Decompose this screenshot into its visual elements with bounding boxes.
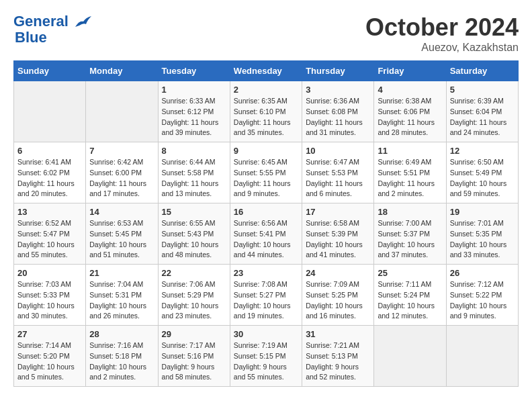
calendar-day-cell: 13Sunrise: 6:52 AMSunset: 5:47 PMDayligh… <box>14 203 86 265</box>
calendar-day-cell: 22Sunrise: 7:06 AMSunset: 5:29 PMDayligh… <box>158 265 230 326</box>
calendar-day-cell: 30Sunrise: 7:19 AMSunset: 5:15 PMDayligh… <box>230 326 302 387</box>
calendar-day-cell <box>86 81 158 142</box>
day-number: 3 <box>306 85 370 95</box>
day-number: 4 <box>378 85 442 95</box>
day-number: 16 <box>234 207 298 217</box>
day-info: Sunrise: 6:58 AMSunset: 5:39 PMDaylight:… <box>306 218 370 261</box>
calendar-day-cell: 29Sunrise: 7:17 AMSunset: 5:16 PMDayligh… <box>158 326 230 387</box>
day-info: Sunrise: 6:52 AMSunset: 5:47 PMDaylight:… <box>17 218 82 261</box>
day-number: 5 <box>450 85 515 95</box>
day-info: Sunrise: 6:44 AMSunset: 5:58 PMDaylight:… <box>162 157 226 199</box>
day-info: Sunrise: 7:14 AMSunset: 5:20 PMDaylight:… <box>17 340 82 383</box>
day-info: Sunrise: 6:42 AMSunset: 6:00 PMDaylight:… <box>89 157 154 199</box>
day-info: Sunrise: 6:41 AMSunset: 6:02 PMDaylight:… <box>17 157 82 199</box>
day-info: Sunrise: 6:55 AMSunset: 5:43 PMDaylight:… <box>162 218 226 261</box>
day-info: Sunrise: 6:33 AMSunset: 6:12 PMDaylight:… <box>162 96 226 138</box>
calendar-day-cell: 9Sunrise: 6:45 AMSunset: 5:55 PMDaylight… <box>230 142 302 203</box>
header-saturday: Saturday <box>446 61 518 81</box>
day-info: Sunrise: 6:39 AMSunset: 6:04 PMDaylight:… <box>450 96 515 138</box>
calendar-day-cell: 17Sunrise: 6:58 AMSunset: 5:39 PMDayligh… <box>302 203 374 265</box>
day-number: 31 <box>306 329 370 339</box>
calendar-day-cell: 18Sunrise: 7:00 AMSunset: 5:37 PMDayligh… <box>374 203 446 265</box>
day-info: Sunrise: 7:09 AMSunset: 5:25 PMDaylight:… <box>306 279 370 322</box>
day-info: Sunrise: 7:03 AMSunset: 5:33 PMDaylight:… <box>17 279 82 322</box>
calendar-day-cell: 26Sunrise: 7:12 AMSunset: 5:22 PMDayligh… <box>446 265 518 326</box>
day-info: Sunrise: 7:00 AMSunset: 5:37 PMDaylight:… <box>378 218 442 261</box>
calendar-day-cell: 28Sunrise: 7:16 AMSunset: 5:18 PMDayligh… <box>86 326 158 387</box>
day-number: 19 <box>450 207 515 217</box>
day-info: Sunrise: 7:06 AMSunset: 5:29 PMDaylight:… <box>162 279 226 322</box>
calendar-day-cell: 8Sunrise: 6:44 AMSunset: 5:58 PMDaylight… <box>158 142 230 203</box>
day-number: 13 <box>17 207 82 217</box>
day-number: 1 <box>162 85 226 95</box>
day-info: Sunrise: 6:38 AMSunset: 6:06 PMDaylight:… <box>378 96 442 138</box>
day-info: Sunrise: 7:04 AMSunset: 5:31 PMDaylight:… <box>89 279 154 322</box>
day-info: Sunrise: 6:49 AMSunset: 5:51 PMDaylight:… <box>378 157 442 199</box>
day-info: Sunrise: 6:50 AMSunset: 5:49 PMDaylight:… <box>450 157 515 199</box>
day-number: 10 <box>306 146 370 156</box>
day-number: 30 <box>234 329 298 339</box>
month-title: October 2024 <box>365 13 519 42</box>
location: Auezov, Kazakhstan <box>365 42 519 54</box>
day-number: 7 <box>89 146 154 156</box>
page-header: General Blue October 2024 Auezov, Kazakh… <box>13 13 519 54</box>
day-info: Sunrise: 6:47 AMSunset: 5:53 PMDaylight:… <box>306 157 370 199</box>
calendar-day-cell: 20Sunrise: 7:03 AMSunset: 5:33 PMDayligh… <box>14 265 86 326</box>
day-number: 11 <box>378 146 442 156</box>
day-number: 8 <box>162 146 226 156</box>
day-number: 18 <box>378 207 442 217</box>
calendar-day-cell: 10Sunrise: 6:47 AMSunset: 5:53 PMDayligh… <box>302 142 374 203</box>
day-info: Sunrise: 7:08 AMSunset: 5:27 PMDaylight:… <box>234 279 298 322</box>
calendar-day-cell: 24Sunrise: 7:09 AMSunset: 5:25 PMDayligh… <box>302 265 374 326</box>
day-number: 26 <box>450 268 515 278</box>
calendar-day-cell: 31Sunrise: 7:21 AMSunset: 5:13 PMDayligh… <box>302 326 374 387</box>
calendar-day-cell: 11Sunrise: 6:49 AMSunset: 5:51 PMDayligh… <box>374 142 446 203</box>
logo-bird-icon <box>74 15 91 30</box>
calendar-day-cell: 16Sunrise: 6:56 AMSunset: 5:41 PMDayligh… <box>230 203 302 265</box>
day-number: 15 <box>162 207 226 217</box>
day-number: 24 <box>306 268 370 278</box>
logo-blue: Blue <box>15 30 91 46</box>
calendar-day-cell: 21Sunrise: 7:04 AMSunset: 5:31 PMDayligh… <box>86 265 158 326</box>
calendar-day-cell: 25Sunrise: 7:11 AMSunset: 5:24 PMDayligh… <box>374 265 446 326</box>
day-number: 25 <box>378 268 442 278</box>
calendar-day-cell: 23Sunrise: 7:08 AMSunset: 5:27 PMDayligh… <box>230 265 302 326</box>
calendar-table: SundayMondayTuesdayWednesdayThursdayFrid… <box>13 60 519 387</box>
header-thursday: Thursday <box>302 61 374 81</box>
day-number: 17 <box>306 207 370 217</box>
day-info: Sunrise: 7:21 AMSunset: 5:13 PMDaylight:… <box>306 340 370 383</box>
header-wednesday: Wednesday <box>230 61 302 81</box>
day-number: 22 <box>162 268 226 278</box>
calendar-day-cell: 6Sunrise: 6:41 AMSunset: 6:02 PMDaylight… <box>14 142 86 203</box>
day-number: 23 <box>234 268 298 278</box>
day-number: 27 <box>17 329 82 339</box>
day-number: 28 <box>89 329 154 339</box>
calendar-header-row: SundayMondayTuesdayWednesdayThursdayFrid… <box>14 61 519 81</box>
day-info: Sunrise: 7:12 AMSunset: 5:22 PMDaylight:… <box>450 279 515 322</box>
calendar-day-cell: 3Sunrise: 6:36 AMSunset: 6:08 PMDaylight… <box>302 81 374 142</box>
calendar-day-cell <box>374 326 446 387</box>
calendar-day-cell: 27Sunrise: 7:14 AMSunset: 5:20 PMDayligh… <box>14 326 86 387</box>
day-number: 6 <box>17 146 82 156</box>
calendar-day-cell: 2Sunrise: 6:35 AMSunset: 6:10 PMDaylight… <box>230 81 302 142</box>
day-info: Sunrise: 7:17 AMSunset: 5:16 PMDaylight:… <box>162 340 226 383</box>
day-number: 21 <box>89 268 154 278</box>
calendar-day-cell: 14Sunrise: 6:53 AMSunset: 5:45 PMDayligh… <box>86 203 158 265</box>
day-info: Sunrise: 7:11 AMSunset: 5:24 PMDaylight:… <box>378 279 442 322</box>
calendar-week-row: 20Sunrise: 7:03 AMSunset: 5:33 PMDayligh… <box>14 265 519 326</box>
header-monday: Monday <box>86 61 158 81</box>
day-number: 20 <box>17 268 82 278</box>
header-friday: Friday <box>374 61 446 81</box>
calendar-day-cell: 7Sunrise: 6:42 AMSunset: 6:00 PMDaylight… <box>86 142 158 203</box>
calendar-week-row: 27Sunrise: 7:14 AMSunset: 5:20 PMDayligh… <box>14 326 519 387</box>
calendar-day-cell: 1Sunrise: 6:33 AMSunset: 6:12 PMDaylight… <box>158 81 230 142</box>
logo-general: General <box>13 13 69 30</box>
header-tuesday: Tuesday <box>158 61 230 81</box>
calendar-day-cell: 19Sunrise: 7:01 AMSunset: 5:35 PMDayligh… <box>446 203 518 265</box>
title-block: October 2024 Auezov, Kazakhstan <box>365 13 519 54</box>
day-info: Sunrise: 6:56 AMSunset: 5:41 PMDaylight:… <box>234 218 298 261</box>
day-number: 29 <box>162 329 226 339</box>
calendar-day-cell <box>446 326 518 387</box>
day-number: 2 <box>234 85 298 95</box>
day-number: 12 <box>450 146 515 156</box>
